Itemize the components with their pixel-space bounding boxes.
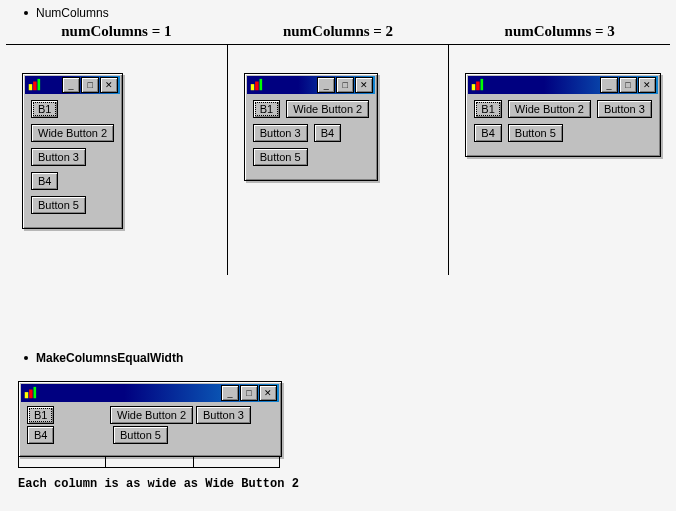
ruler-cell: [18, 457, 105, 468]
minimize-button[interactable]: _: [62, 77, 80, 93]
svg-rect-7: [476, 82, 480, 91]
button-b1[interactable]: B1: [474, 100, 501, 118]
app-icon: [27, 78, 41, 92]
column-2-header: numColumns = 2: [228, 23, 449, 40]
window-body: B1 Wide Button 2 Button 3 B4 Button 5: [247, 94, 376, 178]
close-button[interactable]: ✕: [259, 385, 277, 401]
ruler-cell: [105, 457, 192, 468]
app-icon: [23, 386, 37, 400]
svg-rect-5: [259, 79, 262, 90]
bullet-make-equal: MakeColumnsEqualWidth: [0, 345, 676, 365]
close-button[interactable]: ✕: [638, 77, 656, 93]
sample-window-1col: _ □ ✕ B1 Wide Button 2 Button 3 B4 Butto…: [22, 73, 123, 229]
column-1: numColumns = 1 _ □ ✕ B1 Wide Button 2: [6, 45, 227, 275]
window-controls: _ □ ✕: [62, 77, 118, 93]
button-b1[interactable]: B1: [253, 100, 280, 118]
button-wide2[interactable]: Wide Button 2: [286, 100, 369, 118]
button-b1[interactable]: B1: [27, 406, 54, 424]
svg-rect-4: [255, 82, 259, 91]
titlebar: _ □ ✕: [21, 384, 279, 402]
button-b5[interactable]: Button 5: [508, 124, 563, 142]
svg-rect-1: [33, 82, 37, 91]
button-b3[interactable]: Button 3: [31, 148, 86, 166]
minimize-button[interactable]: _: [600, 77, 618, 93]
column-3: numColumns = 3 _ □ ✕ B1 Wide: [448, 45, 670, 275]
window-body: B1 Wide Button 2 Button 3 B4 Button 5: [25, 94, 120, 226]
column-3-header: numColumns = 3: [449, 23, 670, 40]
sample-window-2col: _ □ ✕ B1 Wide Button 2 Button 3 B4: [244, 73, 379, 181]
svg-rect-2: [38, 79, 41, 90]
button-b4[interactable]: B4: [314, 124, 341, 142]
titlebar: _ □ ✕: [25, 76, 120, 94]
button-b5[interactable]: Button 5: [31, 196, 86, 214]
button-b4[interactable]: B4: [27, 426, 54, 444]
sample-window-equal: _ □ ✕ B1 Wide Button 2 Button 3 B4 Butto…: [18, 381, 282, 457]
button-b3[interactable]: Button 3: [597, 100, 652, 118]
column-1-header: numColumns = 1: [6, 23, 227, 40]
bullet-icon: [24, 356, 28, 360]
svg-rect-3: [250, 84, 254, 90]
button-wide2[interactable]: Wide Button 2: [31, 124, 114, 142]
equal-width-example: _ □ ✕ B1 Wide Button 2 Button 3 B4 Butto…: [18, 381, 282, 468]
maximize-button[interactable]: □: [240, 385, 258, 401]
minimize-button[interactable]: _: [221, 385, 239, 401]
svg-rect-0: [29, 84, 33, 90]
svg-rect-8: [481, 79, 484, 90]
button-b5[interactable]: Button 5: [113, 426, 168, 444]
ruler-cell: [193, 457, 280, 468]
titlebar: _ □ ✕: [468, 76, 658, 94]
column-2: numColumns = 2 _ □ ✕ B1 Wide: [227, 45, 449, 275]
app-icon: [470, 78, 484, 92]
button-b4[interactable]: B4: [31, 172, 58, 190]
button-b1[interactable]: B1: [31, 100, 58, 118]
columns-comparison-table: numColumns = 1 _ □ ✕ B1 Wide Button 2: [6, 44, 670, 275]
button-b3[interactable]: Button 3: [196, 406, 251, 424]
bullet-icon: [24, 11, 28, 15]
window-body: B1 Wide Button 2 Button 3 B4 Button 5: [468, 94, 658, 154]
titlebar: _ □ ✕: [247, 76, 376, 94]
button-wide2[interactable]: Wide Button 2: [508, 100, 591, 118]
maximize-button[interactable]: □: [619, 77, 637, 93]
close-button[interactable]: ✕: [355, 77, 373, 93]
button-wide2[interactable]: Wide Button 2: [110, 406, 193, 424]
minimize-button[interactable]: _: [317, 77, 335, 93]
svg-rect-6: [472, 84, 476, 90]
button-b5[interactable]: Button 5: [253, 148, 308, 166]
maximize-button[interactable]: □: [336, 77, 354, 93]
svg-rect-9: [25, 392, 29, 398]
maximize-button[interactable]: □: [81, 77, 99, 93]
close-button[interactable]: ✕: [100, 77, 118, 93]
button-b4[interactable]: B4: [474, 124, 501, 142]
bullet-label: MakeColumnsEqualWidth: [36, 351, 183, 365]
equal-width-caption: Each column is as wide as Wide Button 2: [18, 477, 676, 491]
button-b3[interactable]: Button 3: [253, 124, 308, 142]
window-controls: _ □ ✕: [221, 385, 277, 401]
bullet-label: NumColumns: [36, 6, 109, 20]
app-icon: [249, 78, 263, 92]
svg-rect-11: [34, 387, 37, 398]
svg-rect-10: [29, 390, 33, 399]
window-body: B1 Wide Button 2 Button 3 B4 Button 5: [21, 402, 279, 454]
window-controls: _ □ ✕: [317, 77, 373, 93]
window-controls: _ □ ✕: [600, 77, 656, 93]
column-width-ruler: [18, 457, 280, 468]
bullet-num-columns: NumColumns: [0, 0, 676, 20]
sample-window-3col: _ □ ✕ B1 Wide Button 2 Button 3 B4: [465, 73, 661, 157]
